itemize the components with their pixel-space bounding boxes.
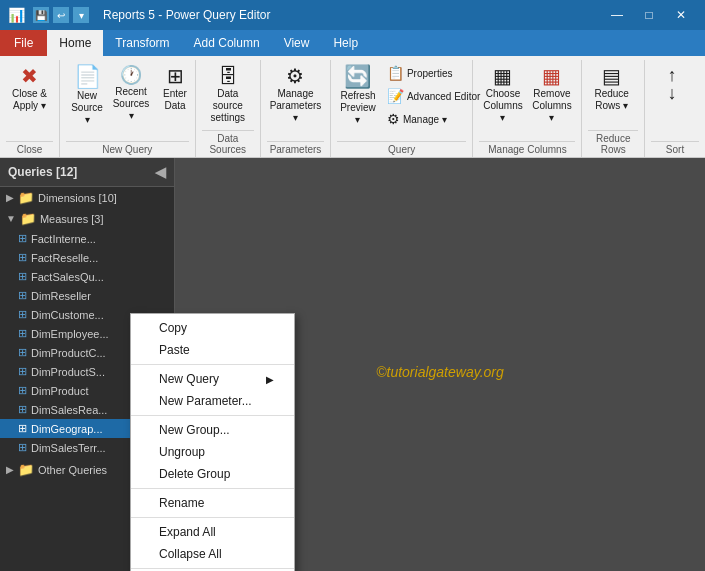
item-label: DimProduct: [31, 385, 88, 397]
item-label: DimSalesTerr...: [31, 442, 106, 454]
query-group-label: Query: [337, 141, 467, 155]
recent-sources-icon: 🕐: [120, 66, 142, 84]
table-icon: ⊞: [18, 384, 27, 397]
cm-rename[interactable]: Rename: [131, 492, 294, 514]
measures-folder-icon: 📁: [20, 211, 36, 226]
sort-group-label: Sort: [651, 141, 699, 155]
advanced-editor-btn[interactable]: 📝 Advanced Editor: [381, 85, 486, 107]
refresh-preview-label: RefreshPreview ▾: [340, 90, 376, 126]
context-menu: Copy Paste New Query ▶ New Parameter... …: [130, 313, 295, 571]
sidebar-item-dimreseller[interactable]: ⊞ DimReseller: [0, 286, 174, 305]
table-icon: ⊞: [18, 251, 27, 264]
new-source-btn[interactable]: 📄 NewSource ▾: [66, 62, 108, 130]
cm-sep-4: [131, 517, 294, 518]
ribbon-group-data-sources: 🗄 Data sourcesettings Data Sources: [196, 60, 261, 157]
cm-copy[interactable]: Copy: [131, 317, 294, 339]
cm-new-query[interactable]: New Query ▶: [131, 368, 294, 390]
table-icon: ⊞: [18, 403, 27, 416]
dimensions-arrow: ▶: [6, 192, 14, 203]
sort-btn[interactable]: ↑↓: [651, 62, 693, 108]
remove-columns-label: RemoveColumns ▾: [532, 88, 571, 124]
data-source-settings-btn[interactable]: 🗄 Data sourcesettings: [202, 62, 254, 128]
tab-add-column[interactable]: Add Column: [182, 30, 272, 56]
table-icon: ⊞: [18, 365, 27, 378]
measures-label: Measures [3]: [40, 213, 104, 225]
reduce-rows-label: ReduceRows ▾: [594, 88, 628, 112]
ribbon-group-close: ✖ Close &Apply ▾ Close: [0, 60, 60, 157]
parameters-group-label: Parameters: [267, 141, 324, 155]
cm-paste[interactable]: Paste: [131, 339, 294, 361]
maximize-btn[interactable]: □: [633, 0, 665, 30]
sidebar-group-measures[interactable]: ▼ 📁 Measures [3]: [0, 208, 174, 229]
close-btn[interactable]: ✕: [665, 0, 697, 30]
app-icon: 📊: [8, 7, 25, 23]
manage-label: Manage ▾: [403, 114, 447, 125]
cm-sep-2: [131, 415, 294, 416]
dropdown-btn[interactable]: ▾: [73, 7, 89, 23]
ribbon: ✖ Close &Apply ▾ Close 📄 NewSource ▾ 🕐 R…: [0, 56, 705, 158]
table-icon: ⊞: [18, 289, 27, 302]
item-label: DimSalesRea...: [31, 404, 107, 416]
close-apply-btn[interactable]: ✖ Close &Apply ▾: [6, 62, 53, 116]
window-controls: — □ ✕: [601, 0, 697, 30]
recent-sources-btn[interactable]: 🕐 RecentSources ▾: [110, 62, 152, 126]
item-label: DimReseller: [31, 290, 91, 302]
close-apply-label: Close &Apply ▾: [12, 88, 47, 112]
cm-new-query-arrow: ▶: [266, 374, 274, 385]
manage-columns-group-label: Manage Columns: [479, 141, 575, 155]
manage-btn[interactable]: ⚙ Manage ▾: [381, 108, 486, 130]
ribbon-tabs: File Home Transform Add Column View Help: [0, 30, 705, 56]
minimize-btn[interactable]: —: [601, 0, 633, 30]
cm-expand-all[interactable]: Expand All: [131, 521, 294, 543]
other-queries-folder-icon: 📁: [18, 462, 34, 477]
ribbon-group-sort: ↑↓ Sort: [645, 60, 705, 157]
properties-label: Properties: [407, 68, 453, 79]
sidebar-collapse-btn[interactable]: ◀: [155, 164, 166, 180]
refresh-preview-btn[interactable]: 🔄 RefreshPreview ▾: [337, 62, 379, 130]
sidebar-item-factreselle[interactable]: ⊞ FactReselle...: [0, 248, 174, 267]
save-btn[interactable]: 💾: [33, 7, 49, 23]
tab-home[interactable]: Home: [47, 30, 103, 56]
new-source-label: NewSource ▾: [71, 90, 103, 126]
manage-parameters-btn[interactable]: ⚙ ManageParameters ▾: [267, 62, 324, 128]
sidebar-item-factsalesqu[interactable]: ⊞ FactSalesQu...: [0, 267, 174, 286]
undo-btn[interactable]: ↩: [53, 7, 69, 23]
data-sources-group-label: Data Sources: [202, 130, 254, 155]
ribbon-group-manage-columns: ▦ ChooseColumns ▾ ▦ RemoveColumns ▾ Mana…: [473, 60, 582, 157]
cm-delete-group[interactable]: Delete Group: [131, 463, 294, 485]
recent-sources-label: RecentSources ▾: [113, 86, 150, 122]
choose-columns-btn[interactable]: ▦ ChooseColumns ▾: [479, 62, 526, 128]
measures-arrow: ▼: [6, 213, 16, 224]
tab-help[interactable]: Help: [321, 30, 370, 56]
reduce-rows-btn[interactable]: ▤ ReduceRows ▾: [588, 62, 634, 116]
table-icon: ⊞: [18, 327, 27, 340]
ribbon-group-new-query: 📄 NewSource ▾ 🕐 RecentSources ▾ ⊞ EnterD…: [60, 60, 196, 157]
other-queries-arrow: ▶: [6, 464, 14, 475]
enter-data-btn[interactable]: ⊞ EnterData: [154, 62, 196, 116]
tab-transform[interactable]: Transform: [103, 30, 181, 56]
refresh-preview-icon: 🔄: [344, 66, 371, 88]
dimensions-folder-icon: 📁: [18, 190, 34, 205]
cm-new-parameter[interactable]: New Parameter...: [131, 390, 294, 412]
other-queries-label: Other Queries: [38, 464, 107, 476]
remove-columns-btn[interactable]: ▦ RemoveColumns ▾: [528, 62, 575, 128]
properties-btn[interactable]: 📋 Properties: [381, 62, 486, 84]
window-title: Reports 5 - Power Query Editor: [103, 8, 593, 22]
sidebar-title: Queries [12]: [8, 165, 77, 179]
table-icon: ⊞: [18, 232, 27, 245]
query-stack: 📋 Properties 📝 Advanced Editor ⚙ Manage …: [381, 62, 486, 130]
sidebar-group-dimensions[interactable]: ▶ 📁 Dimensions [10]: [0, 187, 174, 208]
title-bar: 📊 💾 ↩ ▾ Reports 5 - Power Query Editor —…: [0, 0, 705, 30]
tab-file[interactable]: File: [0, 30, 47, 56]
tab-view[interactable]: View: [272, 30, 322, 56]
cm-ungroup[interactable]: Ungroup: [131, 441, 294, 463]
manage-parameters-icon: ⚙: [286, 66, 304, 86]
cm-collapse-all[interactable]: Collapse All: [131, 543, 294, 565]
data-source-settings-icon: 🗄: [218, 66, 238, 86]
sort-icon: ↑↓: [668, 66, 677, 102]
sidebar-item-factinterne[interactable]: ⊞ FactInterne...: [0, 229, 174, 248]
table-icon: ⊞: [18, 308, 27, 321]
close-group-label: Close: [6, 141, 53, 155]
reduce-rows-group-label: Reduce Rows: [588, 130, 638, 155]
cm-new-group[interactable]: New Group...: [131, 419, 294, 441]
